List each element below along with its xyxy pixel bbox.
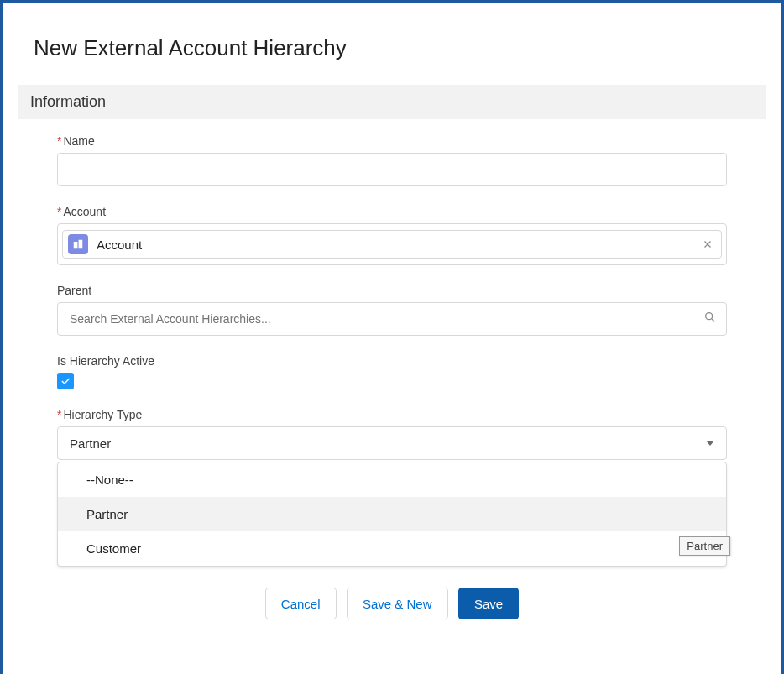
is-active-checkbox[interactable] — [57, 373, 74, 389]
parent-search-input[interactable] — [57, 302, 727, 336]
save-button[interactable]: Save — [458, 588, 519, 619]
search-icon — [703, 311, 717, 327]
modal-footer: Cancel Save & New Save — [18, 567, 766, 632]
option-none[interactable]: --None-- — [58, 462, 726, 497]
form-area: Name Account Account — [18, 134, 766, 567]
svg-point-0 — [706, 313, 713, 320]
label-parent: Parent — [57, 284, 727, 297]
section-header-information: Information — [18, 85, 766, 119]
field-name: Name — [57, 134, 727, 186]
account-icon — [68, 234, 88, 254]
tooltip-partner: Partner — [679, 536, 730, 556]
field-active: Is Hierarchy Active — [57, 354, 727, 389]
account-pill-text: Account — [97, 238, 699, 252]
remove-account-icon[interactable] — [699, 236, 716, 253]
chevron-down-icon — [706, 441, 714, 446]
field-account: Account Account — [57, 205, 727, 265]
save-and-new-button[interactable]: Save & New — [347, 588, 448, 619]
hierarchy-type-combobox[interactable]: Partner — [57, 426, 727, 460]
modal-new-external-account-hierarchy: New External Account Hierarchy Informati… — [0, 0, 784, 674]
cancel-button[interactable]: Cancel — [265, 588, 337, 619]
name-input[interactable] — [57, 153, 727, 186]
hierarchy-type-selected: Partner — [70, 436, 111, 451]
account-lookup[interactable]: Account — [57, 223, 727, 265]
label-hierarchy-type: Hierarchy Type — [57, 408, 727, 421]
option-partner[interactable]: Partner — [58, 497, 726, 531]
label-name: Name — [57, 134, 727, 148]
field-parent: Parent — [57, 284, 727, 336]
label-account: Account — [57, 205, 727, 218]
option-customer[interactable]: Customer — [58, 531, 726, 566]
field-hierarchy-type: Hierarchy Type Partner --None-- Partner … — [57, 408, 727, 567]
modal-title: New External Account Hierarchy — [34, 35, 766, 61]
parent-search-wrap — [57, 302, 727, 336]
hierarchy-type-dropdown: --None-- Partner Customer Partner — [57, 462, 727, 567]
account-pill: Account — [62, 230, 722, 259]
modal-body: New External Account Hierarchy Informati… — [3, 3, 781, 632]
label-active: Is Hierarchy Active — [57, 354, 727, 368]
